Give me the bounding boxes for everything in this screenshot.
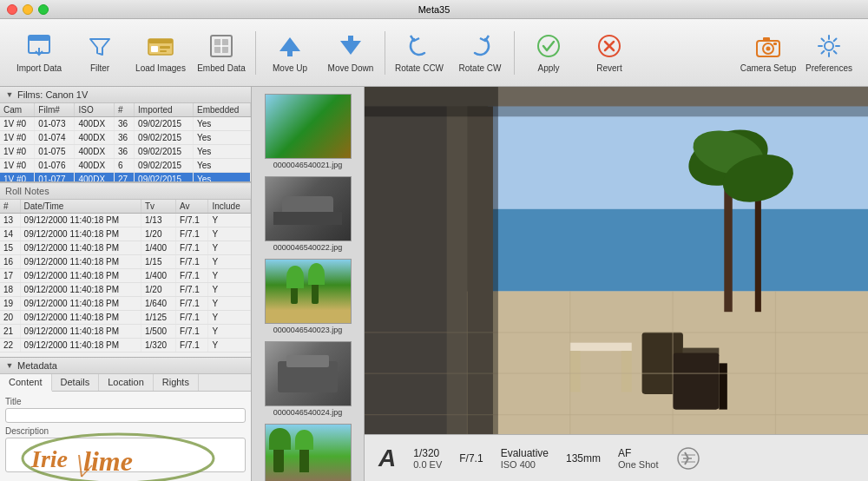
filter-label: Filter: [90, 63, 109, 74]
films-row-4[interactable]: 1V #001-077400DX2709/02/2015Yes: [0, 173, 251, 182]
rotate-cw-icon: [466, 32, 494, 60]
thumbnail-item-2[interactable]: 0000046540022.jpg: [256, 173, 360, 255]
shots-table: # Date/Time Tv Av Include 1309/12/2000 1…: [0, 200, 251, 353]
maximize-button[interactable]: [38, 4, 49, 15]
metadata-disclosure[interactable]: ▼: [5, 361, 14, 370]
films-row-3[interactable]: 1V #001-076400DX609/02/2015Yes: [0, 159, 251, 173]
exif-metering-group: Evaluative ISO 400: [501, 447, 549, 470]
load-images-icon: [147, 32, 174, 60]
shots-row-2[interactable]: 1509/12/2000 11:40:18 PM1/400F/7.1Y: [0, 241, 251, 255]
thumbnail-item-3[interactable]: 0000046540023.jpg: [256, 255, 360, 338]
shots-table-scroll[interactable]: # Date/Time Tv Av Include 1309/12/2000 1…: [0, 200, 251, 357]
shots-row-4[interactable]: 1709/12/2000 11:40:18 PM1/400F/7.1Y: [0, 269, 251, 283]
preferences-label: Preferences: [806, 63, 852, 74]
revert-label: Revert: [596, 63, 621, 74]
preferences-button[interactable]: Preferences: [799, 23, 859, 83]
exif-focus: AF: [618, 447, 631, 459]
move-up-label: Move Up: [273, 63, 307, 74]
shots-row-8[interactable]: 2109/12/2000 11:40:18 PM1/500F/7.1Y: [0, 325, 251, 339]
thumbnail-item-1[interactable]: 0000046540021.jpg: [256, 90, 360, 173]
films-row-2[interactable]: 1V #001-075400DX3609/02/2015Yes: [0, 145, 251, 159]
filter-button[interactable]: Filter: [69, 23, 130, 83]
shots-col-include: Include: [208, 200, 251, 214]
tab-content[interactable]: Content: [0, 374, 52, 392]
svg-rect-45: [570, 351, 581, 392]
move-up-button[interactable]: Move Up: [260, 23, 320, 83]
right-panel: A 1/320 0.0 EV F/7.1 Evaluative ISO 400 …: [365, 87, 868, 481]
embed-data-label: Embed Data: [197, 63, 246, 74]
metadata-tabs: Content Details Location Rights: [0, 374, 251, 392]
roll-notes-label: Roll Notes: [5, 186, 49, 196]
move-up-icon: [276, 32, 304, 60]
svg-marker-13: [279, 37, 300, 51]
thumbnail-label-2: 0000046540022.jpg: [273, 243, 343, 252]
apply-icon: [535, 32, 562, 60]
films-section: ▼ Films: Canon 1V Cam Film# ISO # Import…: [0, 87, 251, 182]
films-table-scroll[interactable]: Cam Film# ISO # Imported Embedded 1V #00…: [0, 103, 251, 181]
minimize-button[interactable]: [23, 4, 33, 15]
apply-button[interactable]: Apply: [518, 23, 579, 83]
exif-focal: 135mm: [566, 452, 601, 465]
close-button[interactable]: [7, 4, 17, 15]
rotate-cw-button[interactable]: Rotate CW: [450, 23, 510, 83]
import-data-button[interactable]: Import Data: [9, 23, 69, 83]
svg-rect-8: [160, 50, 167, 52]
title-input[interactable]: [5, 408, 246, 423]
films-header: ▼ Films: Canon 1V: [0, 87, 251, 103]
title-bar: Meta35: [0, 0, 868, 19]
move-down-button[interactable]: Move Down: [320, 23, 381, 83]
thumbnail-item-4[interactable]: 0000046540024.jpg: [256, 338, 360, 420]
shots-row-5[interactable]: 1809/12/2000 11:40:18 PM1/20F/7.1Y: [0, 283, 251, 297]
camera-setup-button[interactable]: Camera Setup: [738, 23, 799, 83]
thumbnail-item-5[interactable]: 0000046540025.jpg: [256, 420, 360, 481]
separator-3: [514, 31, 515, 75]
svg-rect-58: [365, 87, 498, 434]
tab-details[interactable]: Details: [52, 374, 100, 391]
thumbnail-panel[interactable]: 0000046540021.jpg 0000046540022.jpg 0000…: [252, 87, 365, 481]
embed-data-button[interactable]: Embed Data: [191, 23, 252, 83]
tab-location[interactable]: Location: [99, 374, 154, 391]
films-row-1[interactable]: 1V #001-074400DX3609/02/2015Yes: [0, 131, 251, 145]
exif-bar: A 1/320 0.0 EV F/7.1 Evaluative ISO 400 …: [365, 434, 868, 481]
preferences-icon: [815, 32, 843, 60]
rotate-ccw-icon: [405, 32, 433, 60]
films-col-embedded: Embedded: [194, 103, 251, 117]
rotate-cw-label: Rotate CW: [459, 63, 502, 74]
title-field: Title: [5, 397, 246, 423]
exif-iso: ISO 400: [501, 459, 536, 470]
films-row-0[interactable]: 1V #001-073400DX3609/02/2015Yes: [0, 117, 251, 131]
camera-setup-icon: [754, 32, 782, 60]
load-images-button[interactable]: Load Images: [130, 23, 191, 83]
shots-row-7[interactable]: 2009/12/2000 11:40:18 PM1/125F/7.1Y: [0, 311, 251, 325]
revert-button[interactable]: Revert: [579, 23, 640, 83]
shots-row-3[interactable]: 1609/12/2000 11:40:18 PM1/15F/7.1Y: [0, 255, 251, 269]
exif-aperture-group: F/7.1: [459, 452, 483, 465]
description-field: Description Irie lime: [5, 426, 246, 472]
shots-row-1[interactable]: 1409/12/2000 11:40:18 PM1/20F/7.1Y: [0, 227, 251, 241]
svg-rect-24: [763, 37, 770, 41]
title-label: Title: [5, 397, 246, 406]
rotate-ccw-button[interactable]: Rotate CCW: [389, 23, 450, 83]
description-input[interactable]: [5, 438, 246, 472]
window-controls[interactable]: [7, 4, 49, 15]
embed-icon: [207, 32, 235, 60]
metadata-title: Metadata: [17, 360, 57, 371]
svg-rect-16: [348, 36, 353, 41]
films-disclosure[interactable]: ▼: [5, 90, 14, 99]
svg-rect-14: [287, 51, 293, 56]
films-col-iso: ISO: [75, 103, 115, 117]
main-photo-svg: [365, 87, 868, 434]
shots-col-av: Av: [176, 200, 208, 214]
svg-rect-7: [160, 46, 170, 49]
shots-row-0[interactable]: 1309/12/2000 11:40:18 PM1/13F/7.1Y: [0, 214, 251, 227]
shots-row-9[interactable]: 2209/12/2000 11:40:18 PM1/320F/7.1Y: [0, 339, 251, 353]
app-title: Meta35: [418, 4, 450, 15]
shots-row-6[interactable]: 1909/12/2000 11:40:18 PM1/640F/7.1Y: [0, 297, 251, 311]
separator-2: [385, 31, 385, 75]
svg-point-17: [538, 36, 559, 56]
tab-rights[interactable]: Rights: [154, 374, 199, 391]
svg-point-23: [766, 46, 771, 50]
thumbnail-image-2: [265, 176, 352, 241]
exif-metering: Evaluative: [501, 447, 549, 459]
apply-label: Apply: [537, 63, 559, 74]
